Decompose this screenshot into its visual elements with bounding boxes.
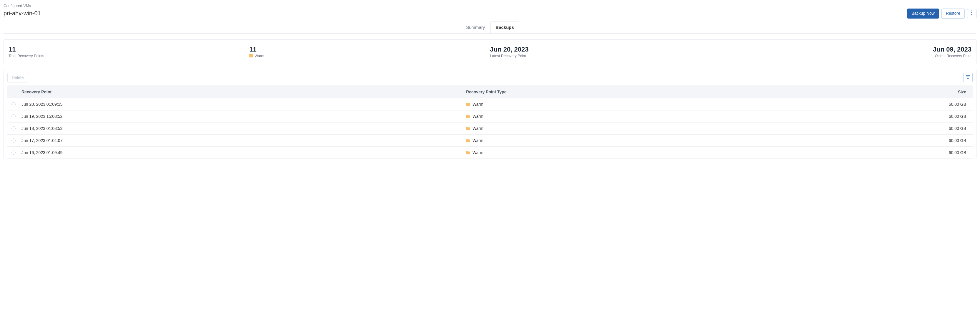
stat-label: Oldest Recovery Point [731, 54, 972, 58]
type-text: Warm [473, 126, 484, 131]
cell-type: Warm [466, 114, 800, 119]
table-row[interactable]: Jun 17, 2023 01:04:07Warm60.00 GB [7, 135, 973, 147]
stat-latest: Jun 20, 2023 Latest Recovery Point [490, 46, 731, 58]
stat-value: 11 [8, 46, 249, 53]
table-row[interactable]: Jun 20, 2023 01:09:15Warm60.00 GB [7, 98, 973, 110]
row-radio[interactable] [11, 114, 16, 118]
stat-total-points: 11 Total Recovery Points [8, 46, 249, 58]
stat-label: Latest Recovery Point [490, 54, 731, 58]
table-row[interactable]: Jun 18, 2023 01:08:53Warm60.00 GB [7, 123, 973, 135]
stat-value: Jun 20, 2023 [490, 46, 731, 53]
row-radio[interactable] [11, 150, 16, 155]
delete-button[interactable]: Delete [7, 73, 28, 83]
col-type[interactable]: Recovery Point Type [466, 89, 800, 94]
folder-icon [466, 139, 470, 142]
type-text: Warm [473, 114, 484, 119]
cell-type: Warm [466, 150, 800, 155]
folder-icon [466, 127, 470, 130]
col-size[interactable]: Size [800, 89, 969, 94]
type-text: Warm [473, 102, 484, 107]
filter-icon [966, 75, 970, 81]
svg-point-0 [972, 11, 972, 11]
table-row[interactable]: Jun 16, 2023 01:09:49Warm60.00 GB [7, 147, 973, 159]
folder-icon [466, 151, 470, 154]
cell-recovery-point: Jun 20, 2023 01:09:15 [21, 102, 466, 107]
warm-swatch-icon [249, 54, 253, 57]
svg-point-2 [972, 14, 972, 15]
row-radio[interactable] [11, 102, 16, 106]
stat-value: 11 [249, 46, 490, 53]
cell-size: 60.00 GB [800, 150, 969, 155]
type-text: Warm [473, 138, 484, 143]
tabs: Summary Backups [461, 21, 519, 33]
stat-oldest: Jun 09, 2023 Oldest Recovery Point [731, 46, 972, 58]
page-title: pri-ahv-win-01 [3, 10, 41, 17]
cell-recovery-point: Jun 19, 2023 15:08:52 [21, 114, 466, 119]
tab-backups[interactable]: Backups [490, 21, 519, 33]
stats-card: 11 Total Recovery Points 11 Warm Jun 20,… [3, 40, 977, 64]
svg-point-1 [972, 12, 972, 13]
table-row[interactable]: Jun 19, 2023 15:08:52Warm60.00 GB [7, 110, 973, 123]
row-radio[interactable] [11, 139, 16, 142]
stat-label: Warm [249, 54, 490, 58]
cell-size: 60.00 GB [800, 114, 969, 119]
stat-warm: 11 Warm [249, 46, 490, 58]
col-recovery-point[interactable]: Recovery Point [21, 89, 466, 94]
backup-now-button[interactable]: Backup Now [907, 8, 939, 19]
more-vertical-icon [971, 10, 972, 17]
stat-label: Total Recovery Points [8, 54, 249, 58]
folder-icon [466, 102, 470, 106]
cell-size: 60.00 GB [800, 102, 969, 107]
cell-recovery-point: Jun 18, 2023 01:08:53 [21, 126, 466, 131]
table-header: Recovery Point Recovery Point Type Size [7, 85, 973, 98]
cell-type: Warm [466, 138, 800, 143]
cell-type: Warm [466, 102, 800, 107]
filter-button[interactable] [963, 73, 973, 82]
cell-recovery-point: Jun 17, 2023 01:04:07 [21, 138, 466, 143]
tab-summary[interactable]: Summary [461, 21, 490, 33]
cell-type: Warm [466, 126, 800, 131]
type-text: Warm [473, 150, 484, 155]
list-panel: Delete Recovery Point Recovery Point Typ… [3, 69, 977, 160]
cell-size: 60.00 GB [800, 126, 969, 131]
breadcrumb[interactable]: Configured VMs [3, 3, 977, 8]
row-radio[interactable] [11, 126, 16, 131]
more-actions-button[interactable] [967, 9, 977, 18]
folder-icon [466, 115, 470, 118]
restore-button[interactable]: Restore [942, 8, 965, 19]
cell-size: 60.00 GB [800, 138, 969, 143]
header-actions: Backup Now Restore [907, 8, 977, 19]
stat-label-text: Warm [255, 54, 264, 58]
stat-value: Jun 09, 2023 [731, 46, 972, 53]
cell-recovery-point: Jun 16, 2023 01:09:49 [21, 150, 466, 155]
